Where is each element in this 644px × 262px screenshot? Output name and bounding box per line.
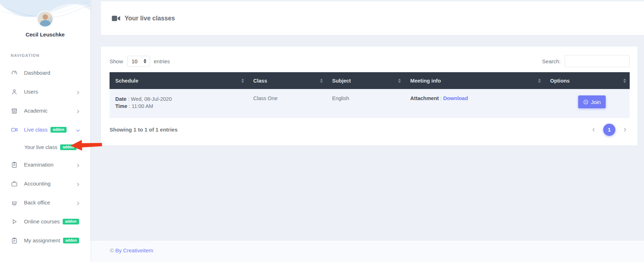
sidebar-item-label: Your live class bbox=[24, 144, 57, 150]
search-label: Search: bbox=[542, 58, 561, 64]
sidebar-item-label: My assignment bbox=[24, 237, 60, 243]
options-cell: Join bbox=[544, 89, 630, 118]
chevron-right-icon bbox=[76, 201, 80, 205]
table-header-row: Schedule Class Subject Meeting info bbox=[110, 72, 630, 89]
sidebar-item-label: Live class bbox=[24, 127, 48, 133]
school-building-icon bbox=[11, 107, 18, 114]
page-header: Your live classes bbox=[101, 1, 644, 35]
download-link[interactable]: Download bbox=[443, 95, 468, 101]
video-camera-icon bbox=[112, 15, 120, 21]
page-length-value: 10 bbox=[132, 58, 138, 64]
schedule-cell: Date : Wed, 08-Jul-2020 Time : 11:00 AM bbox=[110, 89, 248, 118]
gauge-icon bbox=[11, 69, 18, 76]
chevron-right-icon bbox=[76, 182, 80, 186]
sidebar-item-academic[interactable]: Academic bbox=[0, 101, 90, 120]
addon-badge: addon bbox=[63, 238, 79, 243]
table-row: Date : Wed, 08-Jul-2020 Time : 11:00 AM … bbox=[110, 89, 630, 118]
sidebar-item-label: Examination bbox=[24, 162, 54, 168]
sidebar-item-label: Academic bbox=[24, 108, 48, 114]
annotation-arrow bbox=[69, 138, 103, 153]
sidebar-item-label: Accounting bbox=[24, 181, 50, 187]
sort-icon bbox=[320, 79, 323, 83]
column-header-subject[interactable]: Subject bbox=[326, 72, 405, 89]
creativeitem-link[interactable]: By Creativeitem bbox=[115, 247, 153, 253]
page-footer: © By Creativeitem bbox=[90, 240, 644, 262]
sidebar-item-label: Users bbox=[24, 89, 38, 95]
page-title: Your live classes bbox=[125, 15, 175, 22]
sidebar-item-accounting[interactable]: Accounting bbox=[0, 174, 90, 193]
chevron-right-icon bbox=[76, 90, 80, 94]
search-input[interactable] bbox=[565, 55, 630, 67]
navigation-section-label: NAVIGATION bbox=[11, 53, 90, 58]
sort-icon bbox=[241, 79, 244, 83]
briefcase-icon bbox=[11, 180, 18, 187]
entries-label: entries bbox=[154, 58, 170, 64]
entries-summary: Showing 1 to 1 of 1 entries bbox=[110, 127, 178, 133]
main-content: Your live classes Show 10 entries Search… bbox=[90, 0, 644, 262]
sidebar-item-label: Back office bbox=[24, 199, 50, 206]
table-footer: Showing 1 to 1 of 1 entries 1 bbox=[110, 124, 630, 136]
avatar bbox=[37, 11, 53, 27]
column-header-meeting-info[interactable]: Meeting info bbox=[405, 72, 544, 89]
sidebar-item-users[interactable]: Users bbox=[0, 82, 90, 101]
pagination-prev-icon[interactable] bbox=[591, 127, 596, 132]
task-clipboard-icon bbox=[11, 237, 18, 244]
meeting-info-cell: Attachment : Download bbox=[405, 89, 544, 118]
pagination: 1 bbox=[591, 124, 630, 136]
sidebar-item-online-courses[interactable]: Online courses addon bbox=[0, 212, 90, 231]
chevron-right-icon bbox=[76, 109, 80, 113]
sidebar-item-examination[interactable]: Examination bbox=[0, 155, 90, 174]
subject-cell: English bbox=[326, 89, 405, 118]
video-camera-icon bbox=[11, 126, 18, 133]
user-profile: Cecil Leuschke bbox=[0, 0, 90, 38]
sidebar-item-back-office[interactable]: Back office bbox=[0, 193, 90, 212]
class-cell: Class One bbox=[248, 89, 326, 118]
join-button[interactable]: Join bbox=[578, 95, 606, 108]
table-controls: Show 10 entries Search: bbox=[110, 55, 630, 67]
chevron-right-icon bbox=[76, 163, 80, 167]
chevron-down-icon bbox=[76, 128, 80, 132]
column-header-class[interactable]: Class bbox=[248, 72, 326, 89]
user-icon bbox=[11, 88, 18, 95]
addon-badge: addon bbox=[63, 219, 79, 224]
addon-badge: addon bbox=[50, 127, 67, 133]
play-circle-icon bbox=[583, 99, 589, 105]
select-updown-icon bbox=[144, 59, 146, 63]
app-root: Cecil Leuschke NAVIGATION Dashboard User… bbox=[0, 0, 644, 262]
sidebar-menu: Dashboard Users Academic bbox=[0, 63, 90, 250]
show-label: Show bbox=[110, 58, 123, 64]
page-length-select[interactable]: 10 bbox=[127, 56, 150, 67]
column-header-schedule[interactable]: Schedule bbox=[110, 72, 248, 89]
basket-icon bbox=[11, 199, 18, 206]
sidebar-item-live-class[interactable]: Live class addon bbox=[0, 120, 90, 139]
clipboard-icon bbox=[11, 161, 18, 168]
sidebar-item-label: Dashboard bbox=[24, 70, 50, 76]
sidebar-item-label: Online courses bbox=[24, 218, 60, 224]
sort-icon bbox=[398, 79, 401, 83]
pagination-next-icon[interactable] bbox=[623, 127, 628, 132]
column-header-options[interactable]: Options bbox=[544, 72, 630, 89]
live-classes-table: Schedule Class Subject Meeting info bbox=[110, 72, 630, 118]
sidebar-item-my-assignment[interactable]: My assignment addon bbox=[0, 231, 90, 250]
sidebar: Cecil Leuschke NAVIGATION Dashboard User… bbox=[0, 0, 90, 262]
user-name: Cecil Leuschke bbox=[0, 31, 90, 38]
live-classes-card: Show 10 entries Search: bbox=[101, 46, 638, 145]
pagination-page-1[interactable]: 1 bbox=[603, 124, 615, 136]
play-outline-icon bbox=[11, 218, 18, 225]
sort-icon bbox=[538, 79, 541, 83]
sidebar-item-dashboard[interactable]: Dashboard bbox=[0, 63, 90, 82]
copyright-symbol: © bbox=[110, 247, 115, 253]
sort-icon bbox=[623, 79, 626, 83]
